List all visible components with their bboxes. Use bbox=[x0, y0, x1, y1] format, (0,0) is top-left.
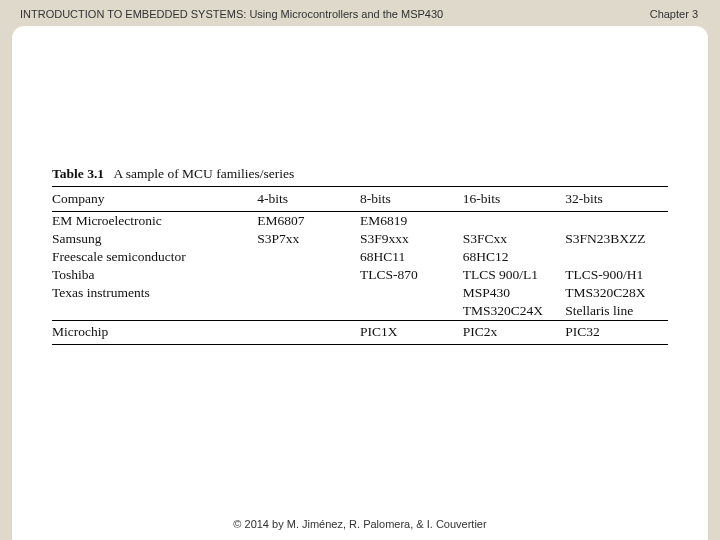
table-cell bbox=[565, 248, 668, 266]
table-cell: S3P7xx bbox=[257, 230, 360, 248]
table-row: TMS320C24XStellaris line bbox=[52, 302, 668, 321]
table-cell: EM6819 bbox=[360, 212, 463, 231]
col-32bits: 32-bits bbox=[565, 187, 668, 212]
table-cell: TMS320C24X bbox=[463, 302, 566, 321]
table-cell: Microchip bbox=[52, 321, 257, 345]
table-cell bbox=[257, 302, 360, 321]
table-cell: Freescale semiconductor bbox=[52, 248, 257, 266]
table-cell: EM Microelectronic bbox=[52, 212, 257, 231]
table-cell: EM6807 bbox=[257, 212, 360, 231]
header-title: INTRODUCTION TO EMBEDDED SYSTEMS: Using … bbox=[20, 8, 443, 20]
table-cell bbox=[463, 212, 566, 231]
col-16bits: 16-bits bbox=[463, 187, 566, 212]
col-company: Company bbox=[52, 187, 257, 212]
table-cell: PIC1X bbox=[360, 321, 463, 345]
table-cell: S3FN23BXZZ bbox=[565, 230, 668, 248]
table-cell: 68HC12 bbox=[463, 248, 566, 266]
table-cell: TLCS-870 bbox=[360, 266, 463, 284]
table-body: EM MicroelectronicEM6807EM6819SamsungS3P… bbox=[52, 212, 668, 345]
table-cell bbox=[257, 248, 360, 266]
header-chapter: Chapter 3 bbox=[650, 8, 698, 20]
table-row: MicrochipPIC1XPIC2xPIC32 bbox=[52, 321, 668, 345]
table-label: Table 3.1 bbox=[52, 166, 104, 181]
table-cell: 68HC11 bbox=[360, 248, 463, 266]
table-cell: PIC32 bbox=[565, 321, 668, 345]
table-cell: Toshiba bbox=[52, 266, 257, 284]
col-4bits: 4-bits bbox=[257, 187, 360, 212]
table-row: SamsungS3P7xxS3F9xxxS3FCxxS3FN23BXZZ bbox=[52, 230, 668, 248]
table-row: Texas instrumentsMSP430TMS320C28X bbox=[52, 284, 668, 302]
table-cell bbox=[360, 284, 463, 302]
table-cell bbox=[52, 302, 257, 321]
table-cell: TMS320C28X bbox=[565, 284, 668, 302]
table-row: ToshibaTLCS-870TLCS 900/L1TLCS-900/H1 bbox=[52, 266, 668, 284]
slide-page: Table 3.1 A sample of MCU families/serie… bbox=[12, 26, 708, 540]
slide-header: INTRODUCTION TO EMBEDDED SYSTEMS: Using … bbox=[0, 0, 720, 28]
table-cell: Texas instruments bbox=[52, 284, 257, 302]
mcu-table: Company 4-bits 8-bits 16-bits 32-bits EM… bbox=[52, 186, 668, 345]
table-header-row: Company 4-bits 8-bits 16-bits 32-bits bbox=[52, 187, 668, 212]
table-caption: Table 3.1 A sample of MCU families/serie… bbox=[52, 166, 668, 182]
col-8bits: 8-bits bbox=[360, 187, 463, 212]
table-cell: TLCS-900/H1 bbox=[565, 266, 668, 284]
table-cell: Stellaris line bbox=[565, 302, 668, 321]
slide-footer: © 2014 by M. Jiménez, R. Palomera, & I. … bbox=[12, 518, 708, 530]
table-cell bbox=[565, 212, 668, 231]
table-cell bbox=[257, 266, 360, 284]
table-cell: S3FCxx bbox=[463, 230, 566, 248]
table-cell: MSP430 bbox=[463, 284, 566, 302]
table-cell: PIC2x bbox=[463, 321, 566, 345]
table-row: Freescale semiconductor68HC1168HC12 bbox=[52, 248, 668, 266]
table-cell: TLCS 900/L1 bbox=[463, 266, 566, 284]
table-cell bbox=[360, 302, 463, 321]
table-container: Table 3.1 A sample of MCU families/serie… bbox=[12, 166, 708, 345]
table-cell bbox=[257, 284, 360, 302]
table-cell: Samsung bbox=[52, 230, 257, 248]
table-cell: S3F9xxx bbox=[360, 230, 463, 248]
table-cell bbox=[257, 321, 360, 345]
table-caption-text: A sample of MCU families/series bbox=[113, 166, 294, 181]
table-row: EM MicroelectronicEM6807EM6819 bbox=[52, 212, 668, 231]
